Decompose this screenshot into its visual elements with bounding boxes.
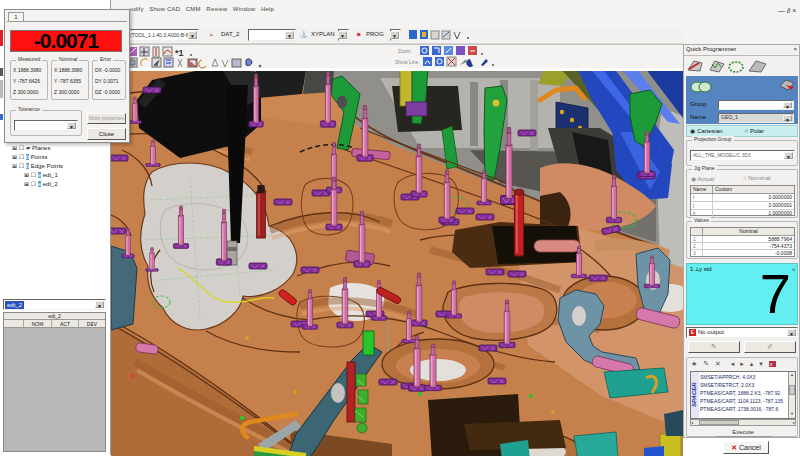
- svg-text:Show Line: Show Line: [395, 59, 419, 65]
- svg-text:Zoom: Zoom: [398, 48, 411, 54]
